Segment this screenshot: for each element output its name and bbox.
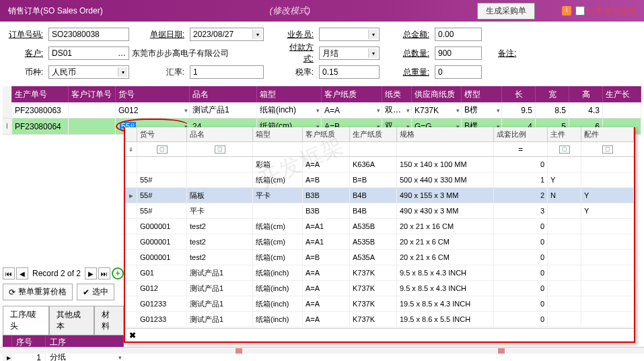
col-prod-l[interactable]: 生产长 xyxy=(603,86,641,102)
select-button[interactable]: ✔选中 xyxy=(77,284,114,300)
lbl-total-amt: 总金额: xyxy=(398,29,432,40)
pcol-acc[interactable]: 配件 xyxy=(581,127,634,141)
deliver-done-checkbox[interactable] xyxy=(575,6,585,15)
edit-mode-label: (修改模式) xyxy=(103,5,477,17)
nav-prev-button[interactable]: ◀ xyxy=(16,267,28,280)
add-row-button[interactable]: + xyxy=(112,267,124,280)
lbl-rate: 汇率: xyxy=(148,67,187,78)
header-form: 订单号码: SO23080038 单据日期: 2023/08/27▾ 业务员: … xyxy=(0,22,644,84)
pcol-item[interactable]: 货号 xyxy=(137,127,187,141)
lbl-order-no: 订单号码: xyxy=(7,29,46,40)
filter-icon[interactable]: ▢ xyxy=(215,145,225,154)
col-item[interactable]: 货号 xyxy=(116,86,190,102)
record-navigator: ⏮ ◀ Record 2 of 2 ▶ ⏭ + xyxy=(3,266,124,281)
pcol-box[interactable]: 箱型 xyxy=(253,127,303,141)
nav-first-button[interactable]: ⏮ xyxy=(3,267,15,280)
popup-row[interactable]: G000001test2纸箱(cm)A=BA535A20 x 21 x 6 CM… xyxy=(125,250,634,265)
lbl-sales: 业务员: xyxy=(283,29,316,40)
pcol-name[interactable]: 品名 xyxy=(187,127,253,141)
col-box[interactable]: 箱型 xyxy=(257,86,322,102)
popup-row[interactable]: G012测试产品1纸箱(inch)A=AK737K9.5 x 8.5 x 4.3… xyxy=(125,281,634,296)
col-h[interactable]: 高 xyxy=(569,86,603,102)
record-counter: Record 2 of 2 xyxy=(30,269,83,278)
pcol-ppq[interactable]: 生产纸质 xyxy=(350,127,397,141)
col-l[interactable]: 长 xyxy=(502,86,536,102)
lbl-total-qty: 总数量: xyxy=(398,48,432,59)
sales-field[interactable]: ▾ xyxy=(319,28,380,41)
tab-process[interactable]: 工序/唛头 xyxy=(3,306,49,335)
popup-filter-row[interactable]: ♀ ▢ ▢ = ▢ ▢ xyxy=(125,142,634,157)
total-amt-field: 0.00 xyxy=(435,28,482,41)
popup-row[interactable]: 55#平卡B3BB4B490 x 430 x 3 MM3Y xyxy=(125,203,634,219)
popup-row[interactable]: ▸55#隔板平卡B3BB4B490 x 155 x 3 MM2NY xyxy=(125,188,634,203)
popup-row[interactable]: G000001test2纸箱(cm)A=A1A535B20 x 21 x 6 C… xyxy=(125,234,634,250)
chevron-down-icon[interactable]: ▾ xyxy=(368,48,378,58)
col-cust-pq[interactable]: 客户纸质 xyxy=(322,86,382,102)
ellipsis-icon[interactable]: … xyxy=(116,48,127,58)
check-icon: ✔ xyxy=(83,288,90,297)
total-qty-field: 900 xyxy=(435,46,482,60)
lbl-pay: 付款方式: xyxy=(283,42,316,65)
popup-row[interactable]: 彩箱A=AK636A150 x 140 x 100 MM0 xyxy=(125,157,634,172)
info-icon: i xyxy=(562,6,571,15)
lbl-currency: 币种: xyxy=(7,67,46,78)
pcol-spec[interactable]: 规格 xyxy=(397,127,494,141)
col-cust-po[interactable]: 客户订单号 xyxy=(69,86,116,102)
tax-field[interactable]: 0.15 xyxy=(319,65,380,79)
rate-field[interactable]: 1 xyxy=(190,65,264,79)
item-cell[interactable]: G012 xyxy=(116,102,190,118)
tab-material[interactable]: 材料 xyxy=(94,306,124,335)
popup-row[interactable]: G000001test2纸箱(cm)A=A1A535B20 x 21 x 16 … xyxy=(125,219,634,234)
filter-icon[interactable]: ▢ xyxy=(157,145,168,154)
filter-icon[interactable]: ▢ xyxy=(559,145,570,154)
refresh-icon: ⟳ xyxy=(9,288,15,297)
col-ptype[interactable]: 纸类 xyxy=(382,86,412,102)
tab-other-cost[interactable]: 其他成本 xyxy=(49,306,94,335)
lbl-cust: 客户: xyxy=(7,48,46,59)
order-no-field[interactable]: SO23080038 xyxy=(48,28,129,41)
pcol-ratio[interactable]: 成套比例 xyxy=(494,127,548,141)
close-icon[interactable]: ✖ xyxy=(129,331,136,340)
col-sup-pq[interactable]: 供应商纸质 xyxy=(412,86,462,102)
chevron-down-icon[interactable]: ▾ xyxy=(368,30,378,39)
main-grid-header: 生产单号 客户订单号 货号 品名 箱型 客户纸质 纸类 供应商纸质 楞型 长 宽… xyxy=(3,86,641,102)
col-w[interactable]: 宽 xyxy=(536,86,569,102)
generate-po-button[interactable]: 生成采购单 xyxy=(477,3,535,20)
col-name[interactable]: 品名 xyxy=(190,86,257,102)
nav-next-button[interactable]: ▶ xyxy=(85,267,97,280)
chevron-down-icon[interactable]: ▾ xyxy=(118,67,127,77)
item-lookup-popup: 货号 品名 箱型 客户纸质 生产纸质 规格 成套比例 主件 配件 ♀ ▢ ▢ =… xyxy=(124,127,635,343)
chevron-down-icon[interactable]: ▾ xyxy=(252,30,262,39)
total-wgt-field: 0 xyxy=(435,65,482,79)
nav-last-button[interactable]: ⏭ xyxy=(98,267,110,280)
popup-row[interactable]: 55#纸箱(cm)A=BB=B500 x 440 x 330 MM1Y xyxy=(125,172,634,188)
col-flute[interactable]: 楞型 xyxy=(462,86,502,102)
popup-row[interactable]: G01233测试产品1纸箱(inch)A=AK737K19.5 x 8.6 x … xyxy=(125,312,634,327)
popup-header: 货号 品名 箱型 客户纸质 生产纸质 规格 成套比例 主件 配件 xyxy=(125,127,634,142)
cust-name: 东莞市步步高电子有限公司 xyxy=(132,48,280,59)
detail-tabs: 工序/唛头 其他成本 材料 xyxy=(3,306,124,335)
deliver-done-check[interactable]: 订单送货完成 xyxy=(575,5,636,17)
scrollbar[interactable] xyxy=(0,347,644,354)
filter-icon[interactable]: ▢ xyxy=(602,145,613,154)
popup-row[interactable]: G01测试产品1纸箱(inch)A=AK737K9.5 x 8.5 x 4.3 … xyxy=(125,265,634,281)
recalc-price-button[interactable]: ⟳整单重算价格 xyxy=(3,284,73,300)
popup-body[interactable]: 彩箱A=AK636A150 x 140 x 100 MM055#纸箱(cm)A=… xyxy=(125,157,634,328)
main-grid-row[interactable]: PF23080063G012测试产品1纸箱(inch)A=A双…K737KB楞9… xyxy=(3,102,641,119)
currency-field[interactable]: 人民币▾ xyxy=(48,65,129,79)
doc-date-field[interactable]: 2023/08/27▾ xyxy=(190,28,264,41)
popup-row[interactable]: G01233测试产品1纸箱(inch)A=AK737K19.5 x 8.5 x … xyxy=(125,296,634,312)
col-prod-no[interactable]: 生产单号 xyxy=(12,86,69,102)
pcol-main[interactable]: 主件 xyxy=(548,127,581,141)
lbl-total-wgt: 总重量: xyxy=(398,67,432,78)
title-bar: 销售订单(SO Sales Order) (修改模式) 生成采购单 i 订单送货… xyxy=(0,0,644,22)
popup-footer: ✖ xyxy=(125,328,634,341)
page-title: 销售订单(SO Sales Order) xyxy=(8,5,103,17)
pcol-cpq[interactable]: 客户纸质 xyxy=(303,127,350,141)
lbl-remark: 备注: xyxy=(485,48,552,59)
lbl-doc-date: 单据日期: xyxy=(148,29,187,40)
pay-field[interactable]: 月结▾ xyxy=(319,46,380,60)
lbl-tax: 税率: xyxy=(283,67,316,78)
cust-field[interactable]: DS01… xyxy=(48,46,129,60)
